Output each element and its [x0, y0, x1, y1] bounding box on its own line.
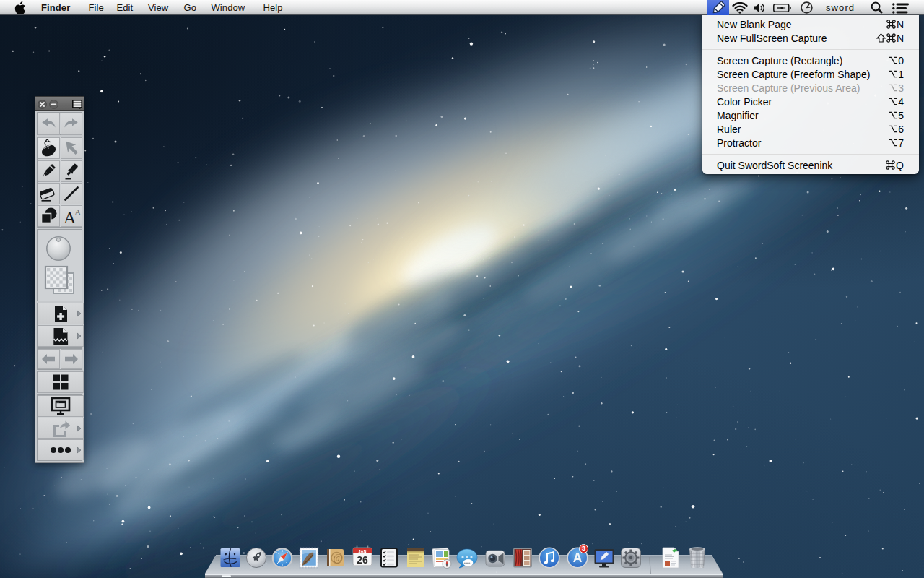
svg-text:26: 26 [357, 554, 368, 566]
svg-text:A: A [74, 207, 82, 217]
svg-text:@: @ [334, 553, 343, 564]
svg-text:JAN: JAN [358, 549, 366, 553]
